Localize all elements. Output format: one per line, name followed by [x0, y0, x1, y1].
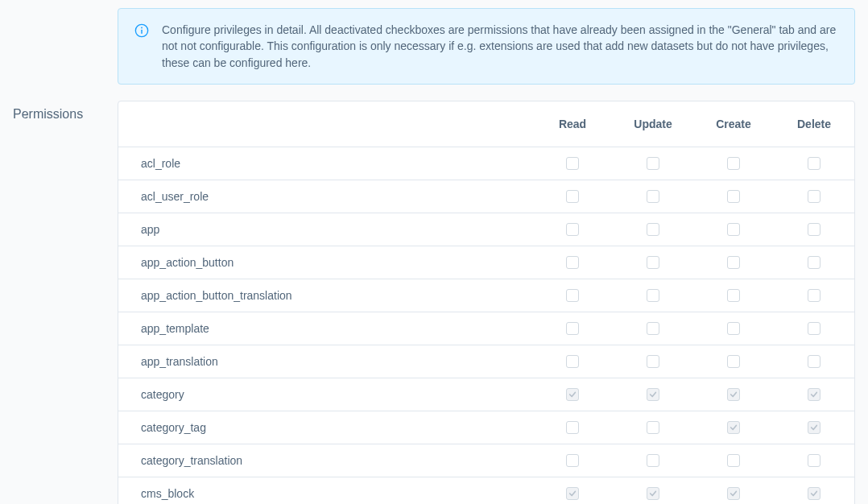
checkbox-create[interactable]	[727, 322, 740, 335]
svg-point-1	[141, 27, 143, 29]
row-name: acl_role	[118, 157, 532, 170]
info-alert: Configure privileges in detail. All deac…	[118, 8, 855, 85]
checkbox-update[interactable]	[647, 223, 659, 236]
checkbox-delete[interactable]	[808, 223, 820, 236]
checkbox-delete[interactable]	[808, 322, 820, 335]
table-row: cms_block	[118, 477, 854, 504]
checkbox-create[interactable]	[727, 289, 740, 302]
checkbox-create[interactable]	[727, 454, 740, 467]
checkbox-delete[interactable]	[808, 256, 820, 269]
checkbox-create[interactable]	[727, 223, 740, 236]
table-row: app_action_button_translation	[118, 279, 854, 312]
checkbox-create	[727, 388, 740, 401]
checkbox-delete[interactable]	[808, 157, 820, 170]
checkbox-read[interactable]	[566, 190, 579, 203]
checkbox-read[interactable]	[566, 223, 579, 236]
checkbox-delete[interactable]	[808, 355, 820, 368]
row-name: acl_user_role	[118, 190, 532, 203]
table-row: acl_role	[118, 147, 854, 180]
row-name: app_action_button_translation	[118, 289, 532, 302]
permissions-table: Read Update Create Delete acl_roleacl_us…	[118, 101, 855, 504]
info-text: Configure privileges in detail. All deac…	[162, 22, 838, 71]
table-header: Read Update Create Delete	[118, 101, 854, 147]
row-name: app_action_button	[118, 256, 532, 269]
checkbox-delete[interactable]	[808, 190, 820, 203]
svg-rect-2	[141, 30, 142, 34]
checkbox-delete	[808, 421, 820, 434]
column-create-header: Create	[693, 118, 774, 130]
column-update-header: Update	[613, 118, 693, 130]
column-read-header: Read	[532, 118, 613, 130]
checkbox-read[interactable]	[566, 322, 579, 335]
checkbox-read	[566, 388, 579, 401]
table-row: app	[118, 213, 854, 246]
row-name: cms_block	[118, 487, 532, 500]
table-row: acl_user_role	[118, 180, 854, 213]
row-name: app_template	[118, 322, 532, 335]
checkbox-read[interactable]	[566, 289, 579, 302]
checkbox-update[interactable]	[647, 421, 659, 434]
table-row: app_translation	[118, 345, 854, 378]
row-name: app	[118, 223, 532, 236]
checkbox-create	[727, 421, 740, 434]
checkbox-create	[727, 487, 740, 500]
checkbox-delete[interactable]	[808, 454, 820, 467]
checkbox-update[interactable]	[647, 289, 659, 302]
checkbox-read[interactable]	[566, 355, 579, 368]
checkbox-create[interactable]	[727, 256, 740, 269]
table-row: category	[118, 378, 854, 411]
checkbox-update[interactable]	[647, 322, 659, 335]
table-row: category_tag	[118, 411, 854, 444]
checkbox-delete[interactable]	[808, 289, 820, 302]
checkbox-read[interactable]	[566, 421, 579, 434]
column-delete-header: Delete	[774, 118, 854, 130]
table-row: app_action_button	[118, 246, 854, 279]
checkbox-read	[566, 487, 579, 500]
checkbox-update[interactable]	[647, 190, 659, 203]
checkbox-read[interactable]	[566, 454, 579, 467]
section-title: Permissions	[13, 101, 97, 504]
checkbox-read[interactable]	[566, 256, 579, 269]
table-row: category_translation	[118, 444, 854, 477]
checkbox-update[interactable]	[647, 256, 659, 269]
row-name: category	[118, 388, 532, 401]
row-name: app_translation	[118, 355, 532, 368]
checkbox-update[interactable]	[647, 454, 659, 467]
checkbox-update[interactable]	[647, 157, 659, 170]
info-icon	[134, 23, 149, 38]
table-row: app_template	[118, 312, 854, 345]
checkbox-update[interactable]	[647, 355, 659, 368]
checkbox-create[interactable]	[727, 190, 740, 203]
checkbox-read[interactable]	[566, 157, 579, 170]
checkbox-update	[647, 388, 659, 401]
row-name: category_translation	[118, 454, 532, 467]
checkbox-create[interactable]	[727, 157, 740, 170]
checkbox-delete	[808, 487, 820, 500]
checkbox-delete	[808, 388, 820, 401]
row-name: category_tag	[118, 421, 532, 434]
checkbox-update	[647, 487, 659, 500]
checkbox-create[interactable]	[727, 355, 740, 368]
column-name-header	[118, 118, 532, 130]
